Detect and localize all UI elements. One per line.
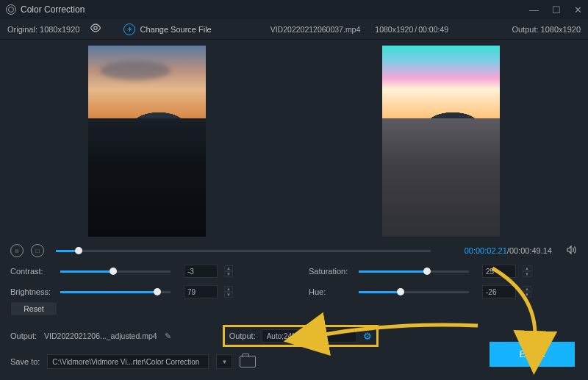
contrast-slider[interactable] [60, 270, 171, 273]
source-duration: 00:00:49 [418, 25, 448, 34]
source-filename: VID20220212060037.mp4 [270, 25, 361, 34]
source-resolution: 1080x1920 [375, 25, 413, 34]
contrast-up[interactable]: ▲ [224, 265, 233, 271]
contrast-down[interactable]: ▼ [224, 271, 233, 277]
total-time: 00:00:49.14 [509, 246, 552, 255]
brightness-label: Brightness: [10, 287, 54, 296]
output-resolution-label: Output: 1080x1920 [512, 25, 581, 34]
contrast-row: Contrast: -3 ▲▼ [10, 265, 279, 278]
titlebar: Color Correction — ☐ ✕ [0, 0, 588, 19]
output-filename: VID2022021206..._adjusted.mp4 [44, 331, 157, 340]
hue-label: Hue: [309, 287, 353, 296]
window-controls: — ☐ ✕ [529, 4, 582, 15]
saturation-slider[interactable] [359, 270, 469, 273]
corrected-preview [382, 46, 500, 237]
gear-icon[interactable]: ⚙ [363, 331, 372, 342]
stop-button[interactable]: □ [31, 244, 44, 257]
close-button[interactable]: ✕ [574, 4, 582, 15]
pause-button[interactable]: II [10, 244, 24, 257]
info-bar: Original: 1080x1920 + Change Source File… [0, 19, 588, 40]
change-source-label: Change Source File [140, 25, 211, 34]
open-folder-icon[interactable] [240, 356, 256, 368]
brightness-down[interactable]: ▼ [224, 292, 233, 298]
change-source-button[interactable]: + Change Source File [123, 24, 211, 35]
saturation-up[interactable]: ▲ [523, 265, 531, 271]
saturation-down[interactable]: ▼ [523, 271, 531, 277]
duration-sep: / [415, 25, 417, 34]
brightness-row: Brightness: 79 ▲▼ [10, 285, 279, 298]
saturation-row: Saturation: 25 ▲▼ [309, 265, 578, 278]
save-path-field[interactable]: C:\Vidmore\Vidmore Vi...rter\Color Corre… [47, 354, 209, 369]
output-format-label: Output: [229, 331, 256, 340]
output-format-value[interactable]: Auto;24fps [262, 329, 357, 343]
original-resolution-label: Original: 1080x1920 [7, 25, 79, 34]
hue-slider[interactable] [359, 291, 469, 293]
brightness-up[interactable]: ▲ [224, 286, 233, 292]
contrast-value[interactable]: -3 [184, 265, 218, 278]
preview-area [0, 40, 588, 241]
contrast-label: Contrast: [10, 267, 54, 276]
hue-row: Hue: -26 ▲▼ [309, 285, 578, 298]
adjustment-sliders: Contrast: -3 ▲▼ Saturation: 25 ▲▼ Bright… [0, 260, 588, 300]
brightness-slider[interactable] [60, 291, 171, 293]
save-path-dropdown[interactable]: ▼ [216, 354, 232, 369]
plus-icon: + [123, 24, 135, 35]
reset-button[interactable]: Reset [10, 301, 57, 316]
seek-thumb[interactable] [75, 247, 82, 254]
hue-down[interactable]: ▼ [523, 292, 531, 298]
edit-output-name-icon[interactable]: ✎ [165, 331, 171, 341]
maximize-button[interactable]: ☐ [552, 4, 561, 15]
hue-value[interactable]: -26 [482, 285, 516, 298]
original-preview [88, 46, 206, 237]
output-label: Output: [10, 331, 37, 340]
file-meta: VID20220212060037.mp4 1080x1920 / 00:00:… [270, 25, 448, 34]
saturation-value[interactable]: 25 [482, 265, 516, 278]
volume-icon[interactable] [567, 245, 578, 257]
preview-toggle-icon[interactable] [90, 24, 101, 35]
svg-point-0 [94, 26, 97, 29]
save-to-label: Save to: [10, 357, 40, 366]
window-title: Color Correction [21, 4, 85, 15]
time-display: 00:00:02.21/00:00:49.14 [465, 246, 552, 255]
saturation-label: Saturation: [309, 267, 353, 276]
minimize-button[interactable]: — [529, 4, 539, 15]
current-time: 00:00:02.21 [465, 246, 507, 255]
hue-up[interactable]: ▲ [523, 286, 531, 292]
brightness-value[interactable]: 79 [184, 285, 218, 298]
transport-bar: II □ 00:00:02.21/00:00:49.14 [0, 241, 588, 260]
app-icon [6, 4, 16, 15]
seek-slider[interactable] [56, 250, 431, 252]
export-button[interactable]: Export [490, 342, 575, 367]
output-format-highlight: Output: Auto;24fps ⚙ [223, 325, 379, 347]
